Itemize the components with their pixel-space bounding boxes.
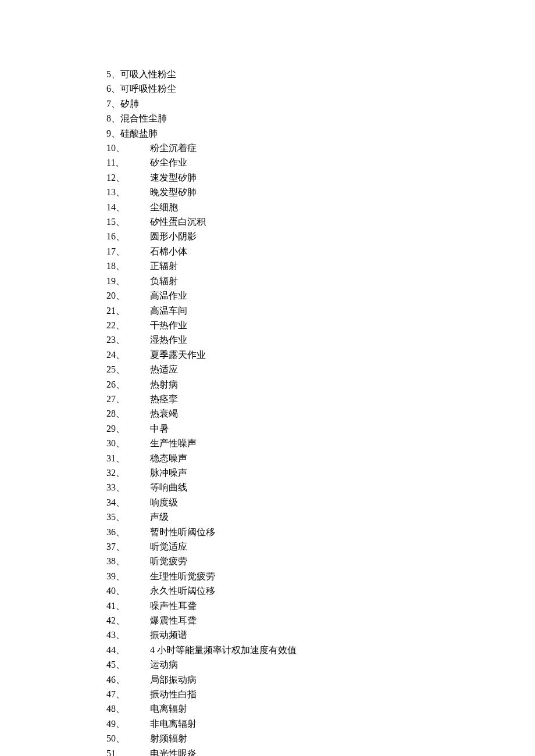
list-item: 29、中暑 (106, 421, 535, 436)
item-term: 热适应 (150, 364, 178, 374)
list-item: 14、尘细胞 (106, 200, 535, 214)
item-number: 34、 (106, 495, 150, 510)
list-item: 38、听觉疲劳 (106, 554, 535, 568)
list-item: 24、夏季露天作业 (106, 347, 535, 362)
item-number: 32、 (106, 465, 150, 480)
item-number: 45、 (106, 657, 150, 672)
list-item: 41、噪声性耳聋 (106, 599, 535, 613)
item-number: 33、 (106, 480, 150, 495)
item-number: 50、 (106, 731, 150, 746)
item-term: 生产性噪声 (150, 438, 197, 448)
item-term: 声级 (150, 512, 169, 522)
list-item: 43、振动频谱 (106, 628, 535, 642)
list-item: 9、硅酸盐肺 (106, 126, 535, 141)
item-number: 17、 (106, 244, 150, 259)
list-item: 45、运动病 (106, 657, 535, 672)
item-number: 16、 (106, 229, 150, 243)
item-number: 29、 (106, 421, 150, 436)
item-number: 25、 (106, 362, 150, 377)
list-item: 12、速发型矽肺 (106, 170, 535, 185)
list-item: 33、等响曲线 (106, 480, 535, 495)
item-term: 暂时性听阈位移 (150, 527, 215, 537)
list-item: 35、声级 (106, 510, 535, 524)
separator: 、 (111, 113, 120, 123)
item-term: 等响曲线 (150, 482, 187, 492)
list-item: 23、湿热作业 (106, 332, 535, 347)
list-item: 5、可吸入性粉尘 (106, 67, 535, 81)
item-number: 44、 (106, 643, 150, 657)
item-number: 7 (106, 96, 111, 111)
item-term: 热射病 (150, 379, 178, 389)
list-item: 30、生产性噪声 (106, 436, 535, 450)
item-term: 石棉小体 (150, 246, 187, 256)
term-list: 5、可吸入性粉尘6、可呼吸性粉尘7、矽肺8、混合性尘肺9、硅酸盐肺10、粉尘沉着… (106, 67, 535, 756)
item-number: 8 (106, 111, 111, 126)
list-item: 25、热适应 (106, 362, 535, 377)
list-item: 26、热射病 (106, 377, 535, 392)
item-term: 夏季露天作业 (150, 350, 206, 360)
item-term: 矽性蛋白沉积 (150, 217, 206, 227)
item-term: 脉冲噪声 (150, 468, 187, 478)
item-term: 噪声性耳聋 (150, 601, 197, 611)
list-item: 11、矽尘作业 (106, 155, 535, 170)
item-number: 40、 (106, 583, 150, 598)
item-term: 热痉挛 (150, 394, 178, 404)
item-number: 41、 (106, 599, 150, 613)
item-number: 39、 (106, 569, 150, 583)
item-number: 30、 (106, 436, 150, 450)
item-number: 22、 (106, 318, 150, 332)
item-number: 47、 (106, 687, 150, 701)
item-number: 9 (106, 126, 111, 141)
item-term: 射频辐射 (150, 733, 187, 743)
item-term: 振动频谱 (150, 630, 187, 640)
item-term: 响度级 (150, 497, 178, 507)
list-item: 42、爆震性耳聋 (106, 613, 535, 628)
item-term: 湿热作业 (150, 335, 187, 345)
item-term: 听觉适应 (150, 542, 187, 551)
item-number: 23、 (106, 332, 150, 347)
item-term: 振动性白指 (150, 689, 197, 699)
item-number: 36、 (106, 525, 150, 539)
list-item: 47、振动性白指 (106, 687, 535, 701)
item-term: 晚发型矽肺 (150, 187, 197, 197)
item-term: 运动病 (150, 660, 178, 669)
list-item: 7、矽肺 (106, 96, 535, 111)
item-number: 28、 (106, 406, 150, 421)
list-item: 36、暂时性听阈位移 (106, 525, 535, 539)
item-term: 4 小时等能量频率计权加速度有效值 (150, 645, 297, 655)
item-number: 37、 (106, 539, 150, 554)
item-number: 26、 (106, 377, 150, 392)
list-item: 31、稳态噪声 (106, 451, 535, 465)
item-number: 31、 (106, 451, 150, 465)
item-term: 可吸入性粉尘 (120, 69, 176, 79)
list-item: 20、高温作业 (106, 288, 535, 303)
list-item: 22、干热作业 (106, 318, 535, 332)
list-item: 34、响度级 (106, 495, 535, 510)
list-item: 8、混合性尘肺 (106, 111, 535, 126)
list-item: 40、永久性听阈位移 (106, 583, 535, 598)
item-number: 10、 (106, 141, 150, 155)
item-term: 硅酸盐肺 (120, 128, 158, 138)
item-term: 速发型矽肺 (150, 173, 197, 182)
item-term: 非电离辐射 (150, 719, 197, 729)
item-term: 永久性听阈位移 (150, 586, 215, 596)
list-item: 27、热痉挛 (106, 392, 535, 406)
list-item: 16、圆形小阴影 (106, 229, 535, 243)
list-item: 48、电离辐射 (106, 701, 535, 716)
separator: 、 (111, 128, 120, 138)
item-number: 46、 (106, 672, 150, 687)
item-number: 48、 (106, 701, 150, 716)
item-term: 高温车间 (150, 306, 187, 316)
list-item: 13、晚发型矽肺 (106, 185, 535, 199)
item-term: 粉尘沉着症 (150, 143, 197, 153)
item-number: 15、 (106, 214, 150, 229)
list-item: 46、局部振动病 (106, 672, 535, 687)
item-term: 听觉疲劳 (150, 556, 187, 566)
item-term: 高温作业 (150, 291, 187, 300)
item-number: 11、 (106, 155, 150, 170)
item-number: 6 (106, 81, 111, 96)
separator: 、 (111, 84, 120, 94)
separator: 、 (111, 69, 120, 79)
item-number: 51、 (106, 746, 150, 756)
list-item: 49、非电离辐射 (106, 716, 535, 731)
